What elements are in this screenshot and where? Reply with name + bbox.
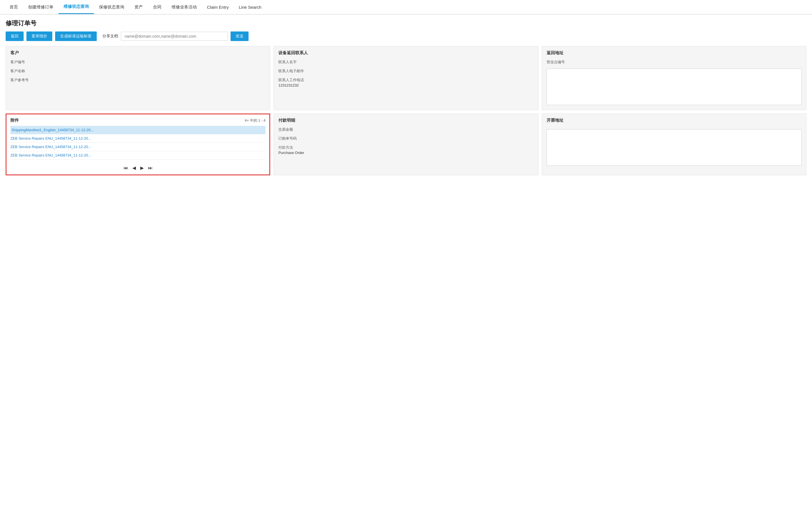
return-contact-title: 设备返回联系人	[278, 50, 533, 56]
payment-method-field: 付款方法 Purchase Order	[278, 145, 533, 155]
nav-item-claim-entry[interactable]: Claim Entry	[202, 1, 234, 13]
return-address-textarea[interactable]	[547, 68, 802, 105]
navigation-bar: 首页 创建维修订单 维修状态查询 保修状态查询 资产 合同 维修业务活动 Cla…	[0, 0, 812, 14]
nav-item-repair-status[interactable]: 维修状态查询	[58, 0, 94, 14]
attachment-item-1[interactable]: ShippingManifest1_English_14458734_11-12…	[10, 126, 265, 134]
attachments-pagination: ⏮ ◀ ▶ ⏭	[10, 163, 265, 171]
nav-item-line-search[interactable]: Line Search	[234, 1, 266, 13]
po-number-field: 订购单号码	[278, 136, 533, 141]
po-number-label: 订购单号码	[278, 136, 533, 141]
contact-email-field: 联系人电子邮件	[278, 68, 533, 73]
transaction-amount-label: 交易金额	[278, 127, 533, 132]
payment-panel: 付款明细 交易金额 订购单号码 付款方法 Purchase Order	[273, 114, 538, 175]
customer-panel: 客户 客户编号 客户名称 客户参考号	[6, 46, 270, 110]
page-prev-button[interactable]: ◀	[131, 165, 137, 171]
return-address-panel: 返回地址 营业点编号	[542, 46, 806, 110]
customer-ref-field: 客户参考号	[10, 78, 265, 83]
payment-title: 付款明细	[278, 118, 533, 123]
attachments-title: 附件	[10, 118, 19, 123]
contact-name-field: 联系人名字	[278, 60, 533, 65]
page-next-button[interactable]: ▶	[139, 165, 145, 171]
top-info-grid: 客户 客户编号 客户名称 客户参考号 设备返回联系人 联系人名字 联系人电子邮	[6, 46, 806, 110]
billing-address-textarea[interactable]	[547, 129, 802, 166]
nav-item-contract[interactable]: 合同	[148, 1, 167, 14]
customer-panel-title: 客户	[10, 50, 265, 56]
contact-name-label: 联系人名字	[278, 60, 533, 65]
business-site-label: 营业点编号	[547, 60, 802, 65]
customer-ref-label: 客户参考号	[10, 78, 265, 83]
page-first-button[interactable]: ⏮	[122, 165, 129, 171]
nav-item-create-repair[interactable]: 创建维修订单	[23, 1, 58, 14]
nav-item-warranty-status[interactable]: 保修状态查询	[94, 1, 129, 14]
attachment-item-2[interactable]: ZEB Service Repairs ENU_14458734_11-12-2…	[10, 134, 265, 143]
customer-name-label: 客户名称	[10, 68, 265, 73]
toolbar: 返回 复审报价 生成标准运输标签 分享文档 发送	[6, 31, 806, 41]
send-button[interactable]: 发送	[231, 31, 249, 41]
attachments-header: 附件 4+ 中的 1 - 4	[10, 118, 265, 123]
payment-method-value: Purchase Order	[278, 151, 533, 155]
billing-panel: 开票地址	[542, 114, 806, 175]
contact-phone-value: 1231231232	[278, 83, 533, 87]
bottom-info-grid: 附件 4+ 中的 1 - 4 ShippingManifest1_English…	[6, 114, 806, 175]
attachments-panel: 附件 4+ 中的 1 - 4 ShippingManifest1_English…	[6, 114, 270, 175]
customer-name-field: 客户名称	[10, 68, 265, 73]
contact-email-label: 联系人电子邮件	[278, 68, 533, 73]
return-address-title: 返回地址	[547, 50, 802, 56]
customer-id-label: 客户编号	[10, 60, 265, 65]
return-contact-panel: 设备返回联系人 联系人名字 联系人电子邮件 联系人工作电话 1231231232	[273, 46, 538, 110]
attachment-item-3[interactable]: ZEB Service Repairs ENU_14458734_11-12-2…	[10, 143, 265, 151]
contact-phone-label: 联系人工作电话	[278, 78, 533, 83]
contact-phone-field: 联系人工作电话 1231231232	[278, 78, 533, 87]
billing-title: 开票地址	[547, 118, 802, 123]
page-last-button[interactable]: ⏭	[147, 165, 154, 171]
page-title: 修理订单号	[6, 19, 806, 28]
attachments-count: 4+ 中的 1 - 4	[244, 118, 265, 123]
review-button[interactable]: 复审报价	[26, 31, 52, 41]
generate-label-button[interactable]: 生成标准运输标签	[55, 31, 97, 41]
customer-id-field: 客户编号	[10, 60, 265, 65]
attachment-item-4[interactable]: ZEB Service Repairs ENU_14458734_11-12-2…	[10, 151, 265, 160]
business-site-field: 营业点编号	[547, 60, 802, 65]
back-button[interactable]: 返回	[6, 31, 24, 41]
share-doc-label: 分享文档	[103, 34, 118, 39]
nav-item-assets[interactable]: 资产	[129, 1, 148, 14]
nav-item-repair-business[interactable]: 维修业务活动	[167, 1, 202, 14]
nav-item-home[interactable]: 首页	[4, 1, 23, 14]
transaction-amount-field: 交易金额	[278, 127, 533, 132]
payment-method-label: 付款方法	[278, 145, 533, 150]
share-email-input[interactable]	[121, 32, 228, 41]
